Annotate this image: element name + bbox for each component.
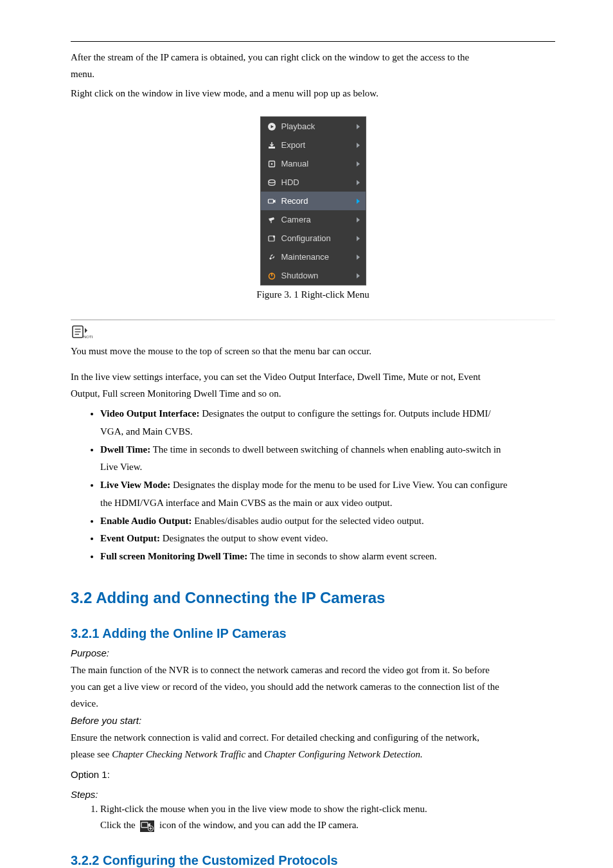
menu-item-record[interactable]: Record xyxy=(261,192,366,210)
chevron-right-icon xyxy=(355,161,362,167)
steps-list: Right-click the mouse when you in the li… xyxy=(71,801,555,818)
menu-label: Manual xyxy=(278,159,355,168)
bullet-live-view-mode: Live View Mode: Designates the display m… xyxy=(100,476,555,512)
option1-label: Option 1: xyxy=(71,767,555,782)
chevron-right-icon xyxy=(355,217,362,223)
add-camera-icon xyxy=(140,820,154,832)
note-heading: NOTE xyxy=(71,324,555,339)
chevron-right-icon xyxy=(355,198,362,204)
chevron-right-icon xyxy=(355,142,362,149)
menu-item-maintenance[interactable]: Maintenance xyxy=(261,248,366,266)
heading-3-2-1: 3.2.1 Adding the Online IP Cameras xyxy=(71,626,555,641)
purpose-text-l1: The main function of the NVR is to conne… xyxy=(71,662,555,678)
bullet-audio-output: Enable Audio Output: Enables/disables au… xyxy=(100,512,555,530)
purpose-text-l3: device. xyxy=(71,696,555,711)
menu-item-shutdown[interactable]: Shutdown xyxy=(261,266,366,285)
menu-item-hdd[interactable]: HDD xyxy=(261,173,366,192)
menu-label: Playback xyxy=(278,122,355,131)
before-text: Ensure the network connection is valid a… xyxy=(71,730,555,745)
intro-line3: Right click on the window in live view m… xyxy=(71,86,555,101)
header-rule xyxy=(71,26,555,42)
configuration-icon xyxy=(266,234,278,243)
svg-point-4 xyxy=(269,179,275,183)
menu-item-manual[interactable]: Manual xyxy=(261,154,366,173)
note-icon: NOTE xyxy=(71,324,93,339)
settings-intro-l1: In the live view settings interface, you… xyxy=(71,369,555,384)
heading-3-2-2: 3.2.2 Configuring the Customized Protoco… xyxy=(71,853,555,868)
svg-rect-5 xyxy=(268,199,273,203)
menu-label: HDD xyxy=(278,177,355,187)
chevron-right-icon xyxy=(355,123,362,130)
svg-point-8 xyxy=(272,235,274,237)
svg-point-3 xyxy=(271,163,272,165)
bullet-fullscreen-dwell: Full screen Monitoring Dwell Time: The t… xyxy=(100,548,555,566)
hdd-icon xyxy=(266,178,278,187)
note-rule xyxy=(71,320,555,320)
purpose-label: Purpose: xyxy=(71,647,555,658)
menu-item-configuration[interactable]: Configuration xyxy=(261,229,366,248)
figure-rightclick-menu: Playback Export Manual HDD xyxy=(71,116,555,300)
menu-label: Configuration xyxy=(278,233,355,243)
before-label: Before you start: xyxy=(71,715,555,726)
menu-label: Camera xyxy=(278,215,355,224)
intro-line1: After the stream of the IP camera is obt… xyxy=(71,50,555,65)
svg-text:NOTE: NOTE xyxy=(84,335,93,339)
chevron-right-icon xyxy=(355,254,362,260)
record-icon xyxy=(266,197,278,206)
maintenance-icon xyxy=(266,253,278,262)
intro-line2: menu. xyxy=(71,66,555,82)
steps-label: Steps: xyxy=(71,789,555,800)
bullet-video-output: Video Output Interface: Designates the o… xyxy=(100,405,555,441)
chevron-right-icon xyxy=(355,235,362,242)
step-1: Right-click the mouse when you in the li… xyxy=(100,801,555,818)
settings-bullets: Video Output Interface: Designates the o… xyxy=(71,405,555,566)
chevron-right-icon xyxy=(355,273,362,279)
shutdown-icon xyxy=(266,271,278,280)
purpose-text-l2: you can get a live view or record of the… xyxy=(71,679,555,694)
context-menu: Playback Export Manual HDD xyxy=(260,116,366,285)
menu-item-export[interactable]: Export xyxy=(261,136,366,154)
playback-icon xyxy=(266,122,278,131)
export-icon xyxy=(266,141,278,150)
bullet-dwell-time: Dwell Time: The time in seconds to dwell… xyxy=(100,441,555,477)
menu-label: Record xyxy=(278,196,355,206)
svg-rect-1 xyxy=(269,147,275,149)
settings-intro-l2: Output, Full screen Monitoring Dwell Tim… xyxy=(71,386,555,401)
menu-label: Export xyxy=(278,140,355,150)
manual-icon xyxy=(266,159,278,168)
step-2: Click the icon of the window, and you ca… xyxy=(100,817,555,834)
bullet-event-output: Event Output: Designates the output to s… xyxy=(100,530,555,548)
menu-item-camera[interactable]: Camera xyxy=(261,210,366,229)
chevron-right-icon xyxy=(355,179,362,186)
camera-icon xyxy=(266,215,278,224)
menu-label: Maintenance xyxy=(278,252,355,262)
figure-caption: Figure 3. 1 Right-click Menu xyxy=(71,289,555,300)
menu-item-playback[interactable]: Playback xyxy=(261,117,366,136)
before-text2: please see Chapter Checking Network Traf… xyxy=(71,746,555,762)
menu-label: Shutdown xyxy=(278,271,355,280)
note-text: You must move the mouse to the top of sc… xyxy=(71,343,555,359)
heading-3-2: 3.2 Adding and Connecting the IP Cameras xyxy=(71,589,555,607)
